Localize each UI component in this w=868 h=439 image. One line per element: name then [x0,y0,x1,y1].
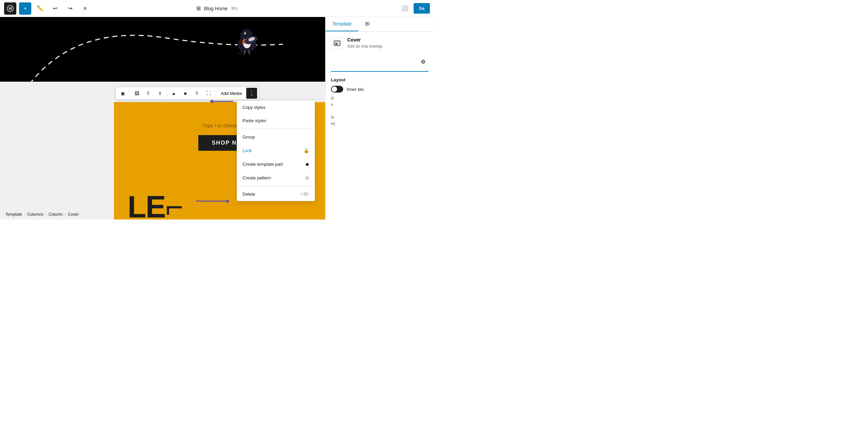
tab-underline [331,71,429,72]
dots-grid-btn[interactable]: ⠿ [191,88,202,99]
add-block-button[interactable]: + [19,2,31,15]
redo-button[interactable]: ↪ [64,2,76,15]
monitor-button[interactable]: ⬜ [399,2,411,15]
svg-marker-12 [237,49,247,56]
canvas-area[interactable]: ▣ 🖼 ⠿ ⇕ ▲ ■ ⠿ ⛶ Add Media ⋮ Type / to ch… [0,17,325,220]
breadcrumb-item-template[interactable]: Template [5,212,22,217]
breadcrumb-item-columns[interactable]: Columns [27,212,43,217]
breadcrumb-item-cover[interactable]: Cover [68,212,79,217]
undo-button[interactable]: ↩ [49,2,61,15]
settings-button[interactable]: ⚙ [418,56,429,67]
context-paste-styles[interactable]: Paste styles [237,114,315,127]
layout-section: Layout Inner blo ill e th ey [331,77,429,127]
annotation-arrow-bottom [193,194,233,209]
tab-template[interactable]: Template [326,17,358,31]
tab-block[interactable]: Bl [358,17,376,31]
inner-blocks-row: Inner blo [331,86,429,93]
lock-icon: 🔒 [303,148,309,153]
image-btn[interactable]: 🖼 [131,88,142,99]
context-group[interactable]: Group [237,130,315,144]
block-toolbar: ▣ 🖼 ⠿ ⇕ ▲ ■ ⠿ ⛶ Add Media ⋮ [116,87,259,100]
delete-shortcut: ⌥⌦ [299,192,309,196]
sidebar-tabs: Template Bl [326,17,434,32]
block-info: ▣ Cover Add an ima overlay. [331,37,429,49]
save-button[interactable]: Sa [414,3,430,14]
page-title: Blog Home [204,6,228,11]
svg-marker-18 [227,199,230,203]
inner-blocks-toggle[interactable] [331,86,343,93]
svg-marker-16 [210,99,213,103]
options-button[interactable]: ⋮ [246,88,257,99]
block-description: Cover Add an ima overlay. [347,37,383,49]
annotation-arrow [210,95,237,110]
let-text-decoration: LE⌐ [128,190,183,220]
context-lock[interactable]: Lock 🔒 [237,144,315,157]
square-btn[interactable]: ■ [180,88,191,99]
block-desc-text: Add an ima overlay. [347,44,383,49]
toolbar-right: ⬜ Sa [399,2,430,15]
layout-title: Layout [331,77,429,82]
sidebar-desc-1: ill [331,95,429,101]
right-sidebar: Template Bl ▣ Cover Add an ima overlay. [325,17,434,220]
context-divider-2 [237,186,315,186]
block-title: Cover [347,37,383,43]
svg-marker-7 [239,33,241,35]
pattern-icon: ◇ [305,175,309,180]
toolbar: W + ✏️ ↩ ↪ ≡ ⊞ Blog Home ⌘K ⬜ Sa [0,0,434,17]
context-divider-1 [237,129,315,129]
template-icon: ◆ [305,161,309,167]
breadcrumb: Template › Columns › Column › Cover [5,212,79,217]
context-create-template[interactable]: Create template part ◆ [237,157,315,171]
wp-logo[interactable]: W [4,2,16,15]
cover-icon-btn[interactable]: ▣ [117,88,128,99]
svg-text:W: W [9,6,12,11]
sidebar-content: ▣ Cover Add an ima overlay. ⚙ Layout [326,32,434,220]
cover-block [0,17,325,82]
grid-btn[interactable]: ⠿ [143,88,154,99]
toolbar-center: ⊞ Blog Home ⌘K [196,5,238,12]
triangle-btn[interactable]: ▲ [168,88,179,99]
context-delete[interactable]: Delete ⌥⌦ [237,188,315,201]
breadcrumb-item-column[interactable]: Column [49,212,63,217]
svg-point-9 [244,33,245,34]
shortcut-hint: ⌘K [231,6,238,11]
context-menu: Copy styles Paste styles Group Lock 🔒 Cr… [237,100,315,201]
sidebar-desc-2: e [331,101,429,108]
arrows-btn[interactable]: ⇕ [154,88,165,99]
list-view-button[interactable]: ≡ [79,2,91,15]
sidebar-extra: th ey [331,114,429,127]
main-layout: ▣ 🖼 ⠿ ⇕ ▲ ■ ⠿ ⛶ Add Media ⋮ Type / to ch… [0,17,434,220]
cover-block-icon: ▣ [331,37,343,49]
inner-blocks-label: Inner blo [347,87,364,92]
context-create-pattern[interactable]: Create pattern ◇ [237,171,315,184]
context-copy-styles[interactable]: Copy styles [237,101,315,114]
bird-illustration [230,20,264,58]
edit-tool-button[interactable]: ✏️ [34,2,46,15]
settings-row: ⚙ [331,56,429,67]
svg-text:▣: ▣ [335,42,338,45]
